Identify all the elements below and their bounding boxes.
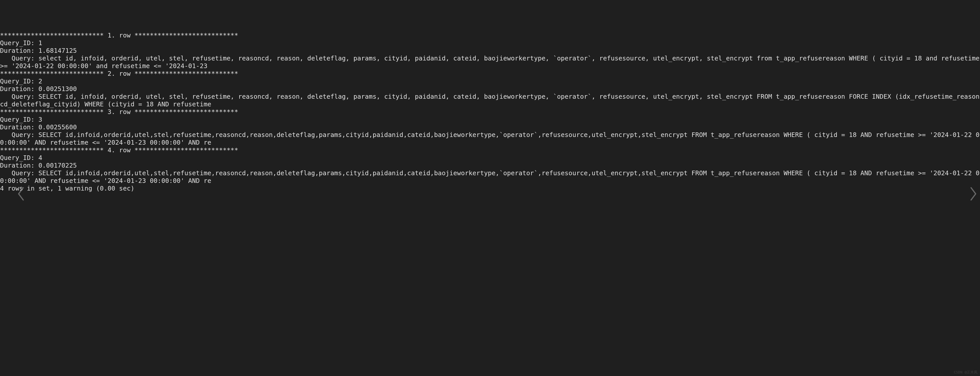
row-1-divider: *************************** 1. row *****… — [0, 32, 980, 39]
row-4-query: Query: SELECT id,infoid,orderid,utel,ste… — [0, 170, 980, 185]
terminal-output: *************************** 1. row *****… — [0, 31, 980, 192]
row-3-divider: *************************** 3. row *****… — [0, 108, 980, 116]
row-3-duration: Duration: 0.00255600 — [0, 124, 980, 131]
row-4-query-id: Query_ID: 4 — [0, 154, 980, 162]
nav-arrow-right-icon[interactable] — [954, 171, 978, 205]
row-2-query-id: Query_ID: 2 — [0, 78, 980, 85]
result-footer: 4 rows in set, 1 warning (0.00 sec) — [0, 185, 980, 192]
row-1-query-id: Query_ID: 1 — [0, 39, 980, 47]
row-1-query: Query: select id, infoid, orderid, utel,… — [0, 55, 980, 70]
nav-arrow-left-icon[interactable] — [2, 171, 25, 205]
row-1-duration: Duration: 1.68147125 — [0, 47, 980, 55]
row-3-query: Query: SELECT id,infoid,orderid,utel,ste… — [0, 131, 980, 146]
row-2-duration: Duration: 0.00251300 — [0, 85, 980, 93]
watermark: CSDN @正木凤 — [954, 370, 977, 374]
row-2-divider: *************************** 2. row *****… — [0, 70, 980, 78]
row-4-duration: Duration: 0.00170225 — [0, 162, 980, 170]
row-4-divider: *************************** 4. row *****… — [0, 146, 980, 154]
row-3-query-id: Query_ID: 3 — [0, 116, 980, 124]
row-2-query: Query: SELECT id, infoid, orderid, utel,… — [0, 93, 980, 108]
